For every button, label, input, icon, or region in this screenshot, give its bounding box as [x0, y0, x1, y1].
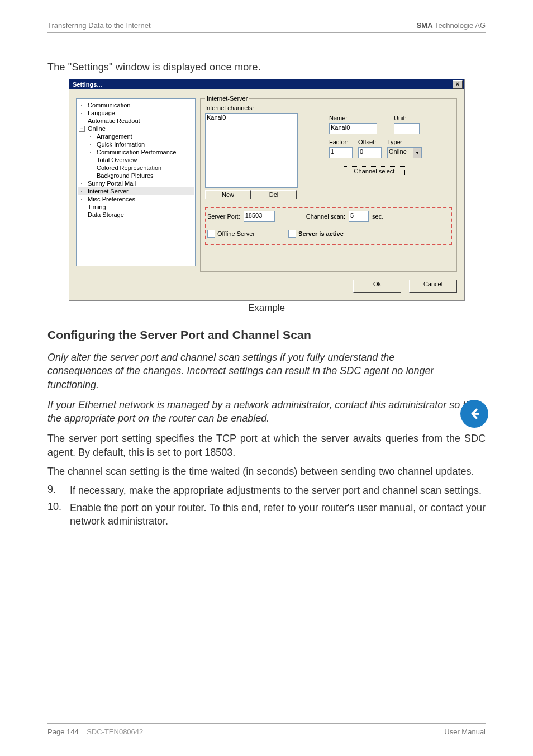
- footer-left: Page 144 SDC-TEN080642: [47, 727, 143, 736]
- steps-list: 9. If necessary, make the appropriate ad…: [47, 484, 486, 528]
- offset-field[interactable]: 0: [358, 147, 382, 158]
- tree-item-internet-server[interactable]: Internet Server: [78, 187, 194, 195]
- header-right: SMA Technologie AG: [417, 21, 486, 30]
- tree-item-quick-information[interactable]: Quick Information: [78, 140, 194, 148]
- unit-field[interactable]: [394, 123, 420, 134]
- section-heading: Configuring the Server Port and Channel …: [47, 328, 486, 342]
- name-field[interactable]: Kanal0: [329, 123, 377, 134]
- tree-item-timing[interactable]: Timing: [78, 203, 194, 211]
- type-label: Type:: [387, 139, 422, 145]
- dialog-titlebar[interactable]: Settings... ×: [69, 79, 464, 89]
- tree-item-background-pictures[interactable]: Background Pictures: [78, 172, 194, 179]
- channel-scan-label: Channel scan:: [306, 213, 345, 220]
- tree-item-arrangement[interactable]: Arrangement: [78, 133, 194, 140]
- checkbox-box[interactable]: [288, 230, 296, 238]
- del-button[interactable]: Del: [251, 190, 297, 199]
- tree-item-sunny-portal-mail[interactable]: Sunny Portal Mail: [78, 179, 194, 187]
- channels-listbox[interactable]: Kanal0: [205, 113, 298, 188]
- factor-field[interactable]: 1: [329, 147, 353, 158]
- offset-label: Offset:: [358, 139, 382, 145]
- chevron-down-icon[interactable]: ▼: [413, 148, 421, 158]
- figure-caption: Example: [47, 303, 486, 314]
- server-port-label: Server Port:: [207, 213, 240, 220]
- step-10: 10. Enable the port on your router. To t…: [47, 501, 486, 528]
- tree-item-colored-representation[interactable]: Colored Representation: [78, 164, 194, 172]
- channel-select-button[interactable]: Channel select: [344, 166, 405, 176]
- settings-tree[interactable]: Communication Language Automatic Readout…: [76, 98, 196, 266]
- warning-note-1: Only alter the server port and channel s…: [47, 351, 486, 391]
- paragraph-scan: The channel scan setting is the time wai…: [47, 465, 486, 478]
- footer-rule: [47, 723, 486, 724]
- tree-item-total-overview[interactable]: Total Overview: [78, 156, 194, 164]
- server-active-checkbox[interactable]: Server is active: [288, 230, 344, 238]
- footer-right: User Manual: [444, 727, 486, 736]
- back-icon: [460, 400, 488, 428]
- intro-text: The "Settings" window is displayed once …: [47, 62, 486, 73]
- expander-icon[interactable]: [79, 126, 85, 132]
- tree-item-automatic-readout[interactable]: Automatic Readout: [78, 117, 194, 125]
- tree-item-online[interactable]: Online: [78, 125, 194, 133]
- tree-item-data-storage[interactable]: Data Storage: [78, 211, 194, 219]
- svg-rect-0: [472, 413, 479, 415]
- type-select[interactable]: Online ▼: [387, 147, 422, 158]
- group-legend: Internet-Server: [205, 95, 249, 102]
- channels-label: Internet channels:: [205, 105, 298, 111]
- factor-label: Factor:: [329, 139, 353, 145]
- settings-dialog: Settings... × Communication Language Aut…: [69, 79, 464, 300]
- paragraph-port: The server port setting specifies the TC…: [47, 432, 486, 459]
- warning-note-2: If your Ethernet network is managed by a…: [47, 398, 486, 426]
- close-icon[interactable]: ×: [453, 80, 463, 89]
- offline-server-checkbox[interactable]: Offline Server: [207, 230, 255, 238]
- dialog-title: Settings...: [73, 81, 102, 88]
- server-port-field[interactable]: 18503: [244, 211, 275, 222]
- step-9: 9. If necessary, make the appropriate ad…: [47, 484, 486, 497]
- unit-label: Unit:: [394, 115, 420, 121]
- channel-scan-field[interactable]: 5: [349, 211, 369, 222]
- ok-button[interactable]: Ok: [353, 280, 401, 293]
- tree-item-communication-performance[interactable]: Communication Performance: [78, 148, 194, 156]
- internet-server-group: Internet-Server Internet channels: Kanal…: [200, 98, 457, 272]
- header-rule: [47, 32, 486, 33]
- channel-item[interactable]: Kanal0: [207, 114, 296, 121]
- checkbox-box[interactable]: [207, 230, 215, 238]
- name-label: Name:: [329, 115, 377, 121]
- tree-item-misc-preferences[interactable]: Misc Preferences: [78, 195, 194, 203]
- header-left: Transferring Data to the Internet: [47, 21, 151, 30]
- sec-label: sec.: [372, 213, 383, 220]
- tree-item-language[interactable]: Language: [78, 109, 194, 117]
- cancel-button[interactable]: Cancel: [409, 280, 457, 293]
- tree-item-communication[interactable]: Communication: [78, 101, 194, 109]
- new-button[interactable]: New: [205, 190, 251, 199]
